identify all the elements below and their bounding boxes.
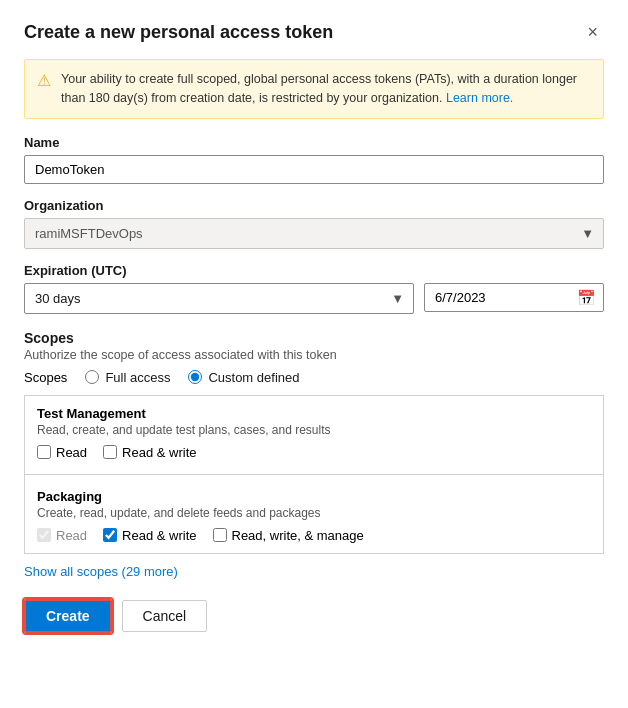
test-read-checkbox[interactable] bbox=[37, 445, 51, 459]
create-token-modal: Create a new personal access token × ⚠ Y… bbox=[0, 0, 628, 708]
packaging-options: Read Read & write Read, write, & manage bbox=[37, 528, 591, 543]
scopes-section: Scopes Authorize the scope of access ass… bbox=[24, 330, 604, 385]
test-read-label: Read bbox=[56, 445, 87, 460]
test-readwrite-checkbox-label[interactable]: Read & write bbox=[103, 445, 196, 460]
modal-header: Create a new personal access token × bbox=[24, 20, 604, 45]
test-management-desc: Read, create, and update test plans, cas… bbox=[37, 423, 591, 437]
date-input-wrapper: 📅 bbox=[424, 283, 604, 314]
packaging-read-checkbox-label[interactable]: Read bbox=[37, 528, 87, 543]
cancel-button[interactable]: Cancel bbox=[122, 600, 208, 632]
test-management-section: Test Management Read, create, and update… bbox=[25, 396, 603, 470]
test-read-checkbox-label[interactable]: Read bbox=[37, 445, 87, 460]
full-access-radio-label[interactable]: Full access bbox=[85, 370, 170, 385]
expiration-select-wrapper: 30 days 60 days 90 days Custom ▼ bbox=[24, 283, 414, 314]
packaging-read-label: Read bbox=[56, 528, 87, 543]
full-access-radio[interactable] bbox=[85, 370, 99, 384]
packaging-manage-checkbox[interactable] bbox=[213, 528, 227, 542]
test-readwrite-checkbox[interactable] bbox=[103, 445, 117, 459]
create-button[interactable]: Create bbox=[24, 599, 112, 633]
scopes-title: Scopes bbox=[24, 330, 604, 346]
show-all-scopes-link[interactable]: Show all scopes (29 more) bbox=[24, 564, 178, 579]
warning-banner: ⚠ Your ability to create full scoped, gl… bbox=[24, 59, 604, 119]
expiration-row: 30 days 60 days 90 days Custom ▼ 📅 bbox=[24, 283, 604, 314]
full-access-label: Full access bbox=[105, 370, 170, 385]
name-field-group: Name bbox=[24, 135, 604, 184]
org-field-group: Organization ramiMSFTDevOps ▼ bbox=[24, 198, 604, 249]
scopes-desc: Authorize the scope of access associated… bbox=[24, 348, 604, 362]
packaging-manage-checkbox-label[interactable]: Read, write, & manage bbox=[213, 528, 364, 543]
date-input[interactable] bbox=[424, 283, 604, 312]
packaging-readwrite-checkbox[interactable] bbox=[103, 528, 117, 542]
warning-icon: ⚠ bbox=[37, 71, 51, 90]
packaging-readwrite-label: Read & write bbox=[122, 528, 196, 543]
name-label: Name bbox=[24, 135, 604, 150]
packaging-read-checkbox[interactable] bbox=[37, 528, 51, 542]
footer: Create Cancel bbox=[24, 599, 604, 633]
packaging-section: Packaging Create, read, update, and dele… bbox=[25, 479, 603, 553]
custom-defined-label: Custom defined bbox=[208, 370, 299, 385]
packaging-manage-label: Read, write, & manage bbox=[232, 528, 364, 543]
name-input[interactable] bbox=[24, 155, 604, 184]
scopes-label: Scopes bbox=[24, 370, 67, 385]
packaging-desc: Create, read, update, and delete feeds a… bbox=[37, 506, 591, 520]
scope-sections-container: Test Management Read, create, and update… bbox=[24, 395, 604, 554]
expiration-select[interactable]: 30 days 60 days 90 days Custom bbox=[24, 283, 414, 314]
packaging-title: Packaging bbox=[37, 489, 591, 504]
test-management-options: Read Read & write bbox=[37, 445, 591, 460]
test-management-title: Test Management bbox=[37, 406, 591, 421]
scopes-radio-row: Scopes Full access Custom defined bbox=[24, 370, 604, 385]
custom-defined-radio[interactable] bbox=[188, 370, 202, 384]
org-select[interactable]: ramiMSFTDevOps bbox=[24, 218, 604, 249]
expiration-label: Expiration (UTC) bbox=[24, 263, 604, 278]
learn-more-link[interactable]: Learn more. bbox=[446, 91, 513, 105]
modal-title: Create a new personal access token bbox=[24, 22, 333, 43]
custom-defined-radio-label[interactable]: Custom defined bbox=[188, 370, 299, 385]
warning-text: Your ability to create full scoped, glob… bbox=[61, 70, 591, 108]
packaging-readwrite-checkbox-label[interactable]: Read & write bbox=[103, 528, 196, 543]
org-label: Organization bbox=[24, 198, 604, 213]
test-readwrite-label: Read & write bbox=[122, 445, 196, 460]
org-select-wrapper: ramiMSFTDevOps ▼ bbox=[24, 218, 604, 249]
close-button[interactable]: × bbox=[581, 20, 604, 45]
